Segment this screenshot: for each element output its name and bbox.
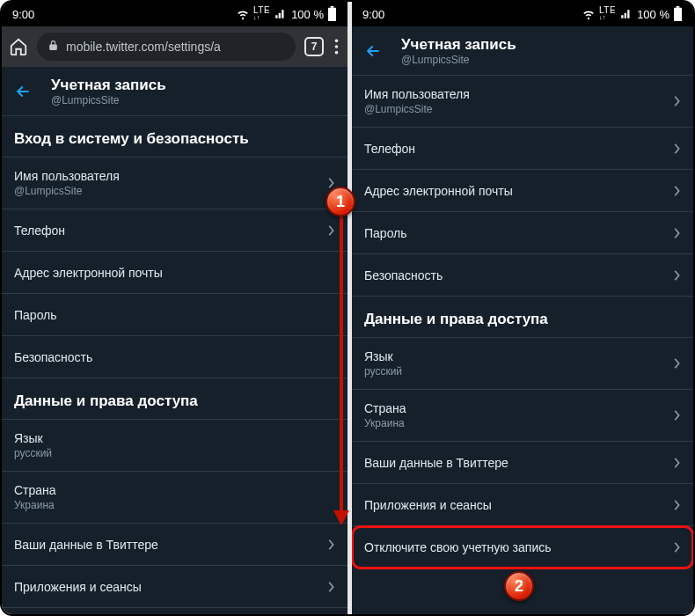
comparison-frame: 9:00 LTE↓↑ 100 % xyxy=(0,0,695,616)
row-phone[interactable]: Телефон xyxy=(352,128,693,170)
row-phone[interactable]: Телефон xyxy=(2,209,348,252)
svg-rect-5 xyxy=(674,8,682,21)
phone-label: Телефон xyxy=(364,142,415,156)
row-country[interactable]: Страна Украина xyxy=(352,390,693,442)
page-subtitle: @LumpicsSite xyxy=(51,94,166,106)
phone-right: 9:00 LTE↓↑ 100 % xyxy=(348,2,693,614)
chevron-right-icon xyxy=(672,143,681,155)
password-label: Пароль xyxy=(14,308,57,322)
section-data-permissions: Данные и права доступа xyxy=(352,297,693,338)
signal-icon xyxy=(274,8,288,20)
page-subtitle: @LumpicsSite xyxy=(401,54,516,66)
scroll-arrow-annotation xyxy=(328,204,355,530)
row-email[interactable]: Адрес электронной почты xyxy=(352,170,693,212)
row-username[interactable]: Имя пользователя @LumpicsSite xyxy=(352,76,693,128)
app-header: Учетная запись @LumpicsSite xyxy=(352,26,693,76)
chevron-right-icon xyxy=(672,409,681,422)
country-value: Украина xyxy=(14,499,56,511)
section-login-security: Вход в систему и безопасность xyxy=(2,116,348,158)
url-field[interactable]: mobile.twitter.com/settings/a xyxy=(37,33,296,61)
username-value: @LumpicsSite xyxy=(364,103,470,115)
chevron-right-icon xyxy=(672,269,681,282)
status-right: LTE↓↑ 100 % xyxy=(582,6,683,22)
svg-point-2 xyxy=(335,40,339,43)
row-username[interactable]: Имя пользователя @LumpicsSite xyxy=(2,158,348,209)
svg-point-3 xyxy=(335,45,339,48)
password-label: Пароль xyxy=(364,226,407,240)
section-data-permissions: Данные и права доступа xyxy=(2,378,348,420)
language-value: русский xyxy=(364,365,402,378)
row-email[interactable]: Адрес электронной почты xyxy=(2,252,348,294)
annotation-marker-2: 2 xyxy=(504,571,534,601)
language-label: Язык xyxy=(364,349,402,363)
chevron-right-icon xyxy=(672,357,681,370)
phone-left: 9:00 LTE↓↑ 100 % xyxy=(2,2,348,614)
svg-point-4 xyxy=(335,51,339,55)
chevron-right-icon xyxy=(326,581,335,593)
chevron-right-icon xyxy=(672,499,681,511)
chevron-right-icon xyxy=(326,539,335,551)
chevron-right-icon xyxy=(672,95,681,107)
country-value: Украина xyxy=(364,417,406,429)
url-text: mobile.twitter.com/settings/a xyxy=(66,40,221,54)
svg-rect-6 xyxy=(677,6,680,8)
country-label: Страна xyxy=(364,401,406,415)
marker-1-text: 1 xyxy=(336,193,345,211)
header-titles: Учетная запись @LumpicsSite xyxy=(51,77,166,106)
back-arrow-icon[interactable] xyxy=(364,42,382,60)
signal-icon xyxy=(619,8,633,20)
lte-icon: LTE↓↑ xyxy=(253,7,270,21)
row-password[interactable]: Пароль xyxy=(2,294,348,336)
svg-marker-8 xyxy=(333,510,349,525)
settings-scroll[interactable]: Имя пользователя @LumpicsSite Телефон Ад… xyxy=(352,76,693,614)
status-bar: 9:00 LTE↓↑ 100 % xyxy=(352,2,693,26)
row-password[interactable]: Пароль xyxy=(352,212,693,254)
email-label: Адрес электронной почты xyxy=(364,184,513,198)
row-your-data[interactable]: Ваши данные в Твиттере xyxy=(352,442,693,484)
battery-icon xyxy=(327,6,337,22)
settings-scroll[interactable]: Вход в систему и безопасность Имя пользо… xyxy=(2,116,348,614)
annotation-marker-1: 1 xyxy=(326,187,355,216)
row-apps-sessions[interactable]: Приложения и сеансы xyxy=(2,566,348,608)
row-country[interactable]: Страна Украина xyxy=(2,472,348,524)
status-right: LTE↓↑ 100 % xyxy=(236,6,337,22)
battery-text: 100 % xyxy=(291,8,324,21)
row-language[interactable]: Язык русский xyxy=(2,420,348,472)
row-security[interactable]: Безопасность xyxy=(352,254,693,297)
svg-rect-1 xyxy=(331,6,334,8)
status-bar: 9:00 LTE↓↑ 100 % xyxy=(2,2,348,26)
page-title: Учетная запись xyxy=(51,77,166,94)
more-icon[interactable] xyxy=(333,38,340,55)
chevron-right-icon xyxy=(672,457,681,469)
row-your-data[interactable]: Ваши данные в Твиттере xyxy=(2,524,348,566)
page-title: Учетная запись xyxy=(401,36,516,54)
status-time: 9:00 xyxy=(12,8,34,21)
tab-count[interactable]: 7 xyxy=(304,37,324,56)
battery-text: 100 % xyxy=(637,8,669,21)
yourdata-label: Ваши данные в Твиттере xyxy=(14,538,158,552)
marker-2-text: 2 xyxy=(515,577,523,596)
chevron-right-icon xyxy=(672,227,681,239)
home-icon[interactable] xyxy=(9,37,28,56)
row-deactivate-account[interactable]: Отключите свою учетную запись xyxy=(352,526,693,568)
row-apps-sessions[interactable]: Приложения и сеансы xyxy=(352,484,693,526)
phone-label: Телефон xyxy=(14,224,65,238)
language-value: русский xyxy=(14,447,52,459)
status-time: 9:00 xyxy=(362,8,384,21)
lte-icon: LTE↓↑ xyxy=(599,7,616,21)
yourdata-label: Ваши данные в Твиттере xyxy=(364,456,508,470)
apps-label: Приложения и сеансы xyxy=(364,498,492,512)
security-label: Безопасность xyxy=(364,268,443,282)
email-label: Адрес электронной почты xyxy=(14,266,163,280)
svg-rect-0 xyxy=(328,8,336,21)
wifi-icon xyxy=(236,8,250,20)
row-security[interactable]: Безопасность xyxy=(2,336,348,378)
app-header: Учетная запись @LumpicsSite xyxy=(2,67,348,116)
browser-toolbar: mobile.twitter.com/settings/a 7 xyxy=(2,26,348,67)
row-language[interactable]: Язык русский xyxy=(352,338,693,390)
back-arrow-icon[interactable] xyxy=(14,83,32,100)
username-label: Имя пользователя xyxy=(14,169,120,183)
apps-label: Приложения и сеансы xyxy=(14,580,142,594)
username-value: @LumpicsSite xyxy=(14,185,120,197)
lock-icon xyxy=(48,40,59,54)
